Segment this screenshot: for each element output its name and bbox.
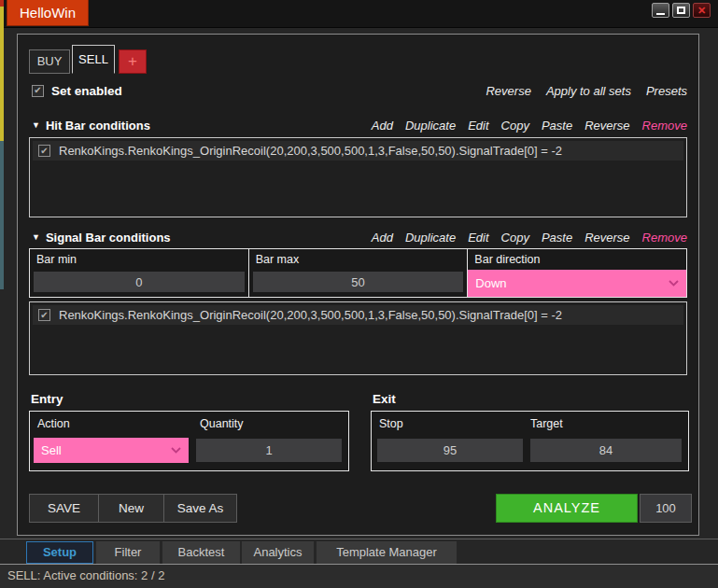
maximize-icon — [677, 7, 685, 14]
collapse-triangle-icon[interactable]: ▼ — [32, 232, 40, 242]
bar-min-input[interactable] — [34, 272, 245, 292]
hit-duplicate-link[interactable]: Duplicate — [405, 119, 456, 133]
minimize-button[interactable] — [652, 3, 669, 18]
tab-template-manager[interactable]: Template Manager — [317, 541, 457, 564]
set-enabled-checkbox[interactable]: ✔ — [32, 85, 44, 97]
left-edge-accent-red — [0, 0, 4, 7]
bar-direction-label: Bar direction — [474, 253, 540, 266]
chevron-down-icon — [171, 447, 181, 454]
signal-bar-title: Signal Bar conditions — [46, 231, 171, 245]
window-controls: ✕ — [652, 3, 711, 18]
left-edge-accent-yellow — [0, 7, 4, 141]
signal-edit-link[interactable]: Edit — [468, 231, 488, 245]
bottom-tab-strip: Setup Filter Backtest Analytics Template… — [0, 539, 718, 564]
app-window: HelloWin ✕ BUY SELL + ✔ Set enabled Reve… — [0, 0, 718, 588]
signal-duplicate-link[interactable]: Duplicate — [405, 231, 456, 245]
tab-setup[interactable]: Setup — [26, 541, 93, 564]
action-value: Sell — [41, 443, 62, 457]
status-bar: SELL: Active conditions: 2 / 2 — [0, 564, 718, 588]
tab-sell[interactable]: SELL — [72, 45, 115, 74]
window-title-tab[interactable]: HelloWin — [7, 0, 89, 26]
tab-filter[interactable]: Filter — [96, 541, 160, 564]
check-icon: ✔ — [40, 147, 48, 156]
tab-backtest[interactable]: Backtest — [162, 541, 240, 564]
hit-bar-title: Hit Bar conditions — [46, 119, 150, 133]
signal-bar-condition-list: ✔ RenkoKings.RenkoKings_OriginRecoil(20,… — [29, 301, 687, 375]
signal-bar-header: ▼ Signal Bar conditions Add Duplicate Ed… — [32, 228, 687, 246]
bar-max-column: Bar max — [248, 249, 468, 297]
maximize-button[interactable] — [672, 3, 690, 18]
hit-paste-link[interactable]: Paste — [542, 119, 572, 133]
status-text: SELL: Active conditions: 2 / 2 — [7, 568, 164, 582]
analyze-iterations-input[interactable]: 100 — [640, 494, 692, 523]
hit-add-link[interactable]: Add — [372, 119, 393, 133]
hit-remove-link[interactable]: Remove — [642, 119, 687, 133]
bar-max-label: Bar max — [256, 253, 300, 266]
entry-group: Action Quantity Sell — [29, 411, 349, 471]
bar-direction-column: Bar direction Down — [467, 249, 686, 297]
main-panel: BUY SELL + ✔ Set enabled Reverse Apply t… — [17, 34, 699, 536]
exit-title: Exit — [373, 392, 396, 406]
check-icon: ✔ — [40, 311, 48, 320]
hit-bar-header: ▼ Hit Bar conditions Add Duplicate Edit … — [32, 116, 687, 134]
hit-edit-link[interactable]: Edit — [468, 119, 488, 133]
quantity-label: Quantity — [200, 417, 244, 430]
hit-bar-condition-list: ✔ RenkoKings.RenkoKings_OriginRecoil(20,… — [29, 137, 687, 217]
action-label: Action — [37, 417, 70, 430]
save-button[interactable]: SAVE — [29, 494, 99, 523]
signal-copy-link[interactable]: Copy — [501, 231, 529, 245]
bar-min-label: Bar min — [36, 253, 77, 266]
signal-reverse-link[interactable]: Reverse — [584, 231, 629, 245]
signal-condition-row[interactable]: ✔ RenkoKings.RenkoKings_OriginRecoil(20,… — [33, 305, 683, 325]
signal-bar-params: Bar min Bar max Bar direction Down — [29, 248, 687, 298]
title-bar: HelloWin ✕ — [0, 0, 718, 28]
chevron-down-icon — [669, 280, 679, 287]
check-icon: ✔ — [34, 86, 41, 95]
hit-reverse-link[interactable]: Reverse — [584, 119, 629, 133]
set-enabled-row: ✔ Set enabled Reverse Apply to all sets … — [32, 81, 687, 100]
hit-copy-link[interactable]: Copy — [501, 119, 529, 133]
tab-analytics[interactable]: Analytics — [242, 541, 314, 564]
stop-input[interactable] — [377, 439, 523, 462]
exit-group: Stop Target — [371, 411, 689, 471]
add-set-tab[interactable]: + — [119, 49, 147, 74]
reverse-set-link[interactable]: Reverse — [486, 84, 530, 98]
collapse-triangle-icon[interactable]: ▼ — [32, 120, 40, 130]
signal-add-link[interactable]: Add — [372, 231, 393, 245]
close-button[interactable]: ✕ — [693, 3, 711, 18]
tab-buy[interactable]: BUY — [29, 49, 70, 74]
signal-condition-checkbox[interactable]: ✔ — [38, 309, 50, 321]
hit-condition-row[interactable]: ✔ RenkoKings.RenkoKings_OriginRecoil(20,… — [33, 141, 683, 161]
target-label: Target — [530, 417, 563, 430]
quantity-input[interactable] — [196, 439, 342, 462]
apply-to-all-sets-link[interactable]: Apply to all sets — [546, 84, 631, 98]
action-select[interactable]: Sell — [34, 438, 189, 463]
entry-title: Entry — [31, 392, 63, 406]
hit-condition-checkbox[interactable]: ✔ — [38, 145, 50, 157]
signal-condition-text: RenkoKings.RenkoKings_OriginRecoil(20,20… — [59, 308, 562, 322]
presets-link[interactable]: Presets — [646, 84, 687, 98]
set-enabled-label: Set enabled — [51, 84, 122, 98]
bar-min-column: Bar min — [30, 249, 248, 297]
signal-paste-link[interactable]: Paste — [542, 231, 572, 245]
signal-remove-link[interactable]: Remove — [642, 231, 687, 245]
bar-direction-select[interactable]: Down — [468, 270, 686, 297]
minimize-icon — [656, 13, 665, 15]
bar-direction-value: Down — [475, 276, 506, 290]
bar-max-input[interactable] — [253, 272, 464, 292]
save-as-button[interactable]: Save As — [163, 494, 237, 523]
left-edge-accent-teal — [0, 141, 4, 289]
analyze-button[interactable]: ANALYZE — [496, 494, 638, 523]
target-input[interactable] — [530, 439, 682, 462]
hit-condition-text: RenkoKings.RenkoKings_OriginRecoil(20,20… — [59, 144, 562, 158]
stop-label: Stop — [379, 417, 403, 430]
new-button[interactable]: New — [98, 494, 164, 523]
close-icon: ✕ — [697, 6, 706, 16]
